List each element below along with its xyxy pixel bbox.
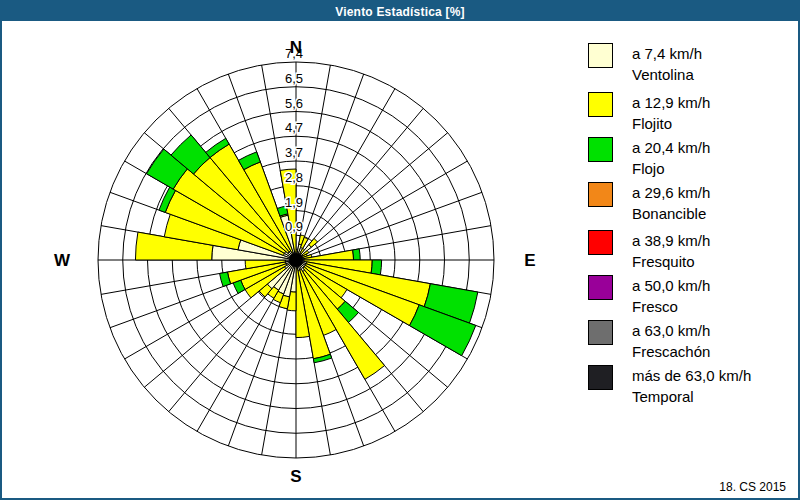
legend-item: a 38,9 km/h Fresquito [588, 230, 710, 272]
legend-category: Fresquito [632, 251, 710, 272]
legend-speed: a 50,0 km/h [632, 275, 710, 296]
svg-text:0,9: 0,9 [285, 219, 303, 234]
legend-category: Frescachón [632, 341, 710, 362]
legend-speed: a 63,0 km/h [632, 320, 710, 341]
legend: a 7,4 km/h Ventolina a 12,9 km/h Flojito… [588, 21, 788, 498]
legend-item: a 29,6 km/h Bonancible [588, 182, 710, 224]
legend-item: a 7,4 km/h Ventolina [588, 43, 702, 85]
legend-category: Flojo [632, 158, 710, 179]
legend-item: a 12,9 km/h Flojito [588, 92, 710, 134]
legend-speed: a 12,9 km/h [632, 92, 710, 113]
windrose-chart: 0,91,92,83,74,75,66,57,4NSWE [2, 21, 588, 498]
legend-swatch-flojito [588, 92, 613, 117]
legend-speed: a 38,9 km/h [632, 230, 710, 251]
legend-speed: a 29,6 km/h [632, 182, 710, 203]
legend-swatch-ventolina [588, 43, 613, 68]
legend-swatch-fresco [588, 275, 613, 300]
legend-category: Ventolina [632, 64, 702, 85]
legend-category: Bonancible [632, 203, 710, 224]
legend-swatch-flojo [588, 137, 613, 162]
title-bar: Viento Estadística [%] [2, 2, 798, 21]
legend-speed: más de 63,0 km/h [632, 365, 751, 386]
compass-west-label: W [54, 251, 71, 270]
compass-east-label: E [524, 251, 535, 270]
svg-text:3,7: 3,7 [285, 145, 303, 160]
content-area: 0,91,92,83,74,75,66,57,4NSWE a 7,4 km/h … [2, 21, 798, 498]
legend-speed: a 7,4 km/h [632, 43, 702, 64]
legend-swatch-fresquito [588, 230, 613, 255]
window-title: Viento Estadística [%] [335, 5, 465, 19]
svg-text:1,9: 1,9 [285, 195, 303, 210]
legend-category: Flojito [632, 113, 710, 134]
legend-item: a 20,4 km/h Flojo [588, 137, 710, 179]
legend-category: Temporal [632, 386, 751, 407]
legend-swatch-bonancible [588, 182, 613, 207]
legend-category: Fresco [632, 296, 710, 317]
svg-text:6,5: 6,5 [285, 71, 303, 86]
compass-south-label: S [290, 467, 301, 486]
legend-speed: a 20,4 km/h [632, 137, 710, 158]
svg-text:5,6: 5,6 [285, 96, 303, 111]
footer-credit: 18. CS 2015 [719, 480, 786, 494]
svg-text:4,7: 4,7 [285, 120, 303, 135]
legend-swatch-temporal [588, 365, 613, 390]
legend-swatch-frescachon [588, 320, 613, 345]
legend-item: a 50,0 km/h Fresco [588, 275, 710, 317]
compass-north-label: N [290, 38, 302, 57]
svg-text:2,8: 2,8 [285, 170, 303, 185]
legend-item: más de 63,0 km/h Temporal [588, 365, 751, 407]
app-window: Viento Estadística [%] 0,91,92,83,74,75,… [0, 0, 800, 500]
legend-item: a 63,0 km/h Frescachón [588, 320, 710, 362]
